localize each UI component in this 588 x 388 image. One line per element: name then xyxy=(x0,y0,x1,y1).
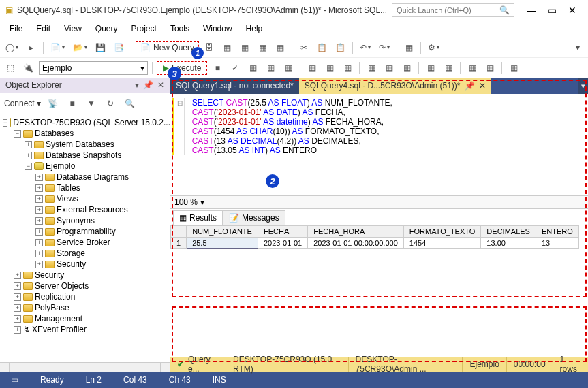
tree-mgmt[interactable]: Management xyxy=(35,314,82,323)
grid-cell[interactable]: 1454 xyxy=(403,238,481,249)
oe-tree[interactable]: −DESKTOP-75CR93O (SQL Server 15.0.2... −… xyxy=(0,114,170,362)
expand-icon[interactable]: − xyxy=(25,163,32,170)
overflow-button[interactable]: ▾ xyxy=(570,40,585,55)
tree-repl[interactable]: Replication xyxy=(35,292,75,302)
results-grid-button[interactable]: ▦ xyxy=(382,61,397,76)
expand-icon[interactable]: + xyxy=(35,228,43,236)
undo-button[interactable]: ↶ xyxy=(357,40,373,55)
display-plan-button[interactable]: ▦ xyxy=(245,61,260,76)
tab-sqlquery1[interactable]: SQLQuery1.sql - not connected* xyxy=(170,78,299,94)
stop-icon[interactable]: ■ xyxy=(65,96,80,111)
indent-button[interactable]: ▦ xyxy=(465,61,480,76)
connect-button[interactable]: Connect ▾ xyxy=(4,99,41,108)
grid-cell[interactable]: 2023-01-01 00:00:00.000 xyxy=(308,238,404,249)
change-conn-button[interactable]: 🔌 xyxy=(20,61,36,76)
tree-storage[interactable]: Storage xyxy=(57,248,85,258)
zoom-value[interactable]: 100 % xyxy=(174,197,198,207)
config-button[interactable]: ⚙ xyxy=(425,40,442,55)
filter-icon[interactable]: ▼ xyxy=(84,96,99,111)
xmla-button[interactable]: ▦ xyxy=(255,40,270,55)
new-query-button[interactable]: 📄 New Query 1 xyxy=(136,41,199,54)
parse-button[interactable]: ✓ xyxy=(228,61,243,76)
tree-extres[interactable]: External Resources xyxy=(57,205,128,214)
col-header[interactable]: ENTERO xyxy=(536,226,578,238)
tab-overflow[interactable]: ▾ xyxy=(578,78,588,94)
tree-xevent[interactable]: XEvent Profiler xyxy=(32,325,87,334)
expand-icon[interactable]: + xyxy=(14,304,21,312)
col-header[interactable]: DECIMALES xyxy=(481,226,536,238)
tab-sqlquery4[interactable]: SQLQuery4.sql - D...5CR93O\Admin (51))* … xyxy=(299,78,491,94)
menu-tools[interactable]: Tools xyxy=(165,22,195,35)
expand-icon[interactable]: + xyxy=(14,326,21,334)
menu-help[interactable]: Help xyxy=(241,22,268,35)
tree-views[interactable]: Views xyxy=(57,194,78,204)
search-oe-icon[interactable]: 🔍 xyxy=(122,96,138,111)
grid-cell[interactable]: 13.00 xyxy=(481,238,536,249)
outdent-button[interactable]: ▦ xyxy=(482,61,497,76)
expand-icon[interactable]: + xyxy=(14,282,21,290)
col-header[interactable]: NUM_FLOTANTE xyxy=(187,226,258,238)
tree-serverobj[interactable]: Server Objects xyxy=(35,281,89,291)
results-tab[interactable]: ▦ Results xyxy=(173,210,223,225)
tree-poly[interactable]: PolyBase xyxy=(35,303,69,312)
minimize-button[interactable]: — xyxy=(521,1,542,20)
sql-editor[interactable]: ⊟ SELECT CAST(25.5 AS FLOAT) AS NUM_FLOT… xyxy=(170,94,588,195)
include-plan-button[interactable]: ▦ xyxy=(305,61,320,76)
expand-icon[interactable]: + xyxy=(14,272,21,279)
specify-values-button[interactable]: ▦ xyxy=(506,61,521,76)
expand-icon[interactable]: + xyxy=(25,141,32,148)
nav-back-button[interactable]: ◯ xyxy=(3,40,21,55)
menu-edit[interactable]: Edit xyxy=(31,22,56,35)
close-panel-icon[interactable]: ✕ xyxy=(157,80,164,90)
results-file-button[interactable]: ▦ xyxy=(399,61,414,76)
quick-launch[interactable]: 🔍 xyxy=(392,3,514,17)
redo-button[interactable]: ↷ xyxy=(376,40,392,55)
expand-icon[interactable]: + xyxy=(35,195,43,203)
expand-icon[interactable]: + xyxy=(25,152,32,159)
menu-query[interactable]: Query xyxy=(90,22,123,35)
expand-icon[interactable]: + xyxy=(35,206,43,214)
expand-icon[interactable]: − xyxy=(14,130,21,138)
nav-fwd-button[interactable]: ▸ xyxy=(24,40,39,55)
menu-file[interactable]: File xyxy=(4,22,28,35)
col-header[interactable]: FECHA xyxy=(258,226,307,238)
menu-project[interactable]: Project xyxy=(126,22,162,35)
tree-diagrams[interactable]: Database Diagrams xyxy=(57,172,129,182)
results-grid[interactable]: NUM_FLOTANTE FECHA FECHA_HORA FORMATO_TE… xyxy=(170,225,588,263)
expand-icon[interactable]: + xyxy=(35,250,43,257)
tree-tables[interactable]: Tables xyxy=(57,183,80,193)
messages-tab[interactable]: 📝 Messages xyxy=(223,210,285,225)
tree-sec[interactable]: Security xyxy=(57,259,86,269)
tree-sb[interactable]: Service Broker xyxy=(57,238,110,247)
cut-button[interactable]: ✂ xyxy=(296,40,311,55)
results-text-button[interactable]: ▦ xyxy=(364,61,379,76)
tree-server[interactable]: DESKTOP-75CR93O (SQL Server 15.0.2... xyxy=(13,118,170,127)
tree-databases[interactable]: Databases xyxy=(35,129,74,138)
tree-security[interactable]: Security xyxy=(35,270,64,280)
chevron-down-icon[interactable]: ▾ xyxy=(200,197,204,207)
close-button[interactable]: ✕ xyxy=(562,1,583,20)
oe-scrollbar[interactable] xyxy=(0,362,170,372)
tree-syn[interactable]: Synonyms xyxy=(57,216,95,225)
execute-button[interactable]: ▶ Execute xyxy=(157,61,207,75)
expand-icon[interactable]: + xyxy=(35,239,43,246)
expand-icon[interactable]: + xyxy=(14,315,21,323)
expand-icon[interactable]: + xyxy=(35,184,43,192)
query-options-button[interactable]: ▦ xyxy=(263,61,278,76)
grid-cell[interactable]: 25.5 xyxy=(187,238,258,249)
save-button[interactable]: 💾 xyxy=(93,40,108,55)
use-db-button[interactable]: ⬚ xyxy=(3,61,18,76)
dmx-button[interactable]: ▦ xyxy=(237,40,252,55)
client-stats-button[interactable]: ▦ xyxy=(340,61,355,76)
restore-button[interactable]: ▭ xyxy=(542,1,562,20)
grid-cell[interactable]: 2023-01-01 xyxy=(258,238,307,249)
expand-icon[interactable]: + xyxy=(35,261,43,268)
live-stats-button[interactable]: ▦ xyxy=(322,61,337,76)
dropdown-icon[interactable]: ▾ xyxy=(135,80,139,90)
expand-icon[interactable]: − xyxy=(3,119,7,127)
grid-cell[interactable]: 13 xyxy=(536,238,578,249)
pin-icon[interactable]: 📌 xyxy=(465,81,475,91)
tree-sysdb[interactable]: System Databases xyxy=(46,140,114,149)
mdx-button[interactable]: ▦ xyxy=(219,40,234,55)
expand-icon[interactable]: + xyxy=(14,293,21,301)
